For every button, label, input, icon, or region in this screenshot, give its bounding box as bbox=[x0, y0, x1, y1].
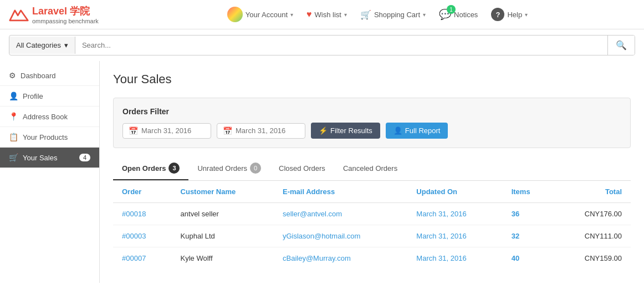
sidebar: ⚙ Dashboard 👤 Profile 📍 Address Book 📋 Y… bbox=[0, 61, 100, 283]
cell-updated: March 31, 2016 bbox=[407, 225, 502, 247]
help-chevron-icon: ▾ bbox=[525, 12, 528, 18]
dashboard-icon: ⚙ bbox=[9, 71, 16, 80]
order-link[interactable]: #00018 bbox=[122, 210, 146, 218]
email-link[interactable]: cBailey@Murray.com bbox=[283, 254, 351, 262]
col-email: E-mail Address bbox=[274, 181, 407, 203]
category-selector[interactable]: All Categories ▾ bbox=[9, 37, 75, 54]
date-from-input[interactable] bbox=[141, 126, 202, 135]
cell-total: CNY111.00 bbox=[554, 225, 631, 247]
order-link[interactable]: #00003 bbox=[122, 232, 146, 240]
orders-filter: Orders Filter 📅 📅 ⚡ Filter Results bbox=[113, 98, 631, 148]
nav-item-notices[interactable]: 💬 1 Notices bbox=[439, 8, 478, 21]
nav-notices-label: Notices bbox=[454, 11, 478, 19]
tab-canceled-label: Canceled Orders bbox=[343, 164, 397, 173]
tab-canceled-orders[interactable]: Canceled Orders bbox=[334, 157, 406, 180]
cell-updated: March 31, 2016 bbox=[407, 203, 502, 225]
full-report-button[interactable]: 👤 Full Report bbox=[386, 123, 448, 139]
items-count: 32 bbox=[512, 232, 519, 240]
main-layout: ⚙ Dashboard 👤 Profile 📍 Address Book 📋 Y… bbox=[0, 61, 644, 283]
sales-badge: 4 bbox=[79, 154, 90, 161]
calendar-to-icon: 📅 bbox=[223, 126, 232, 135]
svg-marker-0 bbox=[10, 11, 28, 21]
col-updated: Updated On bbox=[407, 181, 502, 203]
cell-order: #00007 bbox=[113, 247, 172, 270]
calendar-from-icon: 📅 bbox=[129, 126, 138, 135]
tab-open-badge: 3 bbox=[168, 163, 180, 174]
items-count: 40 bbox=[512, 254, 519, 262]
date-to-wrap: 📅 bbox=[217, 123, 305, 139]
full-report-label: Full Report bbox=[405, 126, 441, 135]
sidebar-item-your-sales[interactable]: 🛒 Your Sales 4 bbox=[0, 148, 99, 168]
help-icon: ? bbox=[491, 8, 504, 21]
cell-total: CNY176.00 bbox=[554, 203, 631, 225]
sales-icon: 🛒 bbox=[9, 153, 18, 162]
orders-table: Order Customer Name E-mail Address Updat… bbox=[113, 181, 631, 269]
col-total: Total bbox=[554, 181, 631, 203]
page-title: Your Sales bbox=[113, 72, 631, 87]
items-count: 36 bbox=[512, 210, 519, 218]
cell-email: cBailey@Murray.com bbox=[274, 247, 407, 270]
filter-results-label: Filter Results bbox=[330, 126, 372, 135]
cell-email: seller@antvel.com bbox=[274, 203, 407, 225]
nav-item-cart[interactable]: 🛒 Shopping Cart ▾ bbox=[360, 9, 426, 20]
main-content: Your Sales Orders Filter 📅 📅 ⚡ Filter Re bbox=[100, 61, 644, 283]
sidebar-label-address: Address Book bbox=[23, 113, 68, 121]
col-customer: Customer Name bbox=[172, 181, 274, 203]
date-value: March 31, 2016 bbox=[416, 232, 466, 240]
cell-items: 32 bbox=[503, 225, 554, 247]
profile-icon: 👤 bbox=[9, 92, 18, 100]
sidebar-item-profile[interactable]: 👤 Profile bbox=[0, 86, 99, 107]
nav-account-label: Your Account bbox=[246, 11, 288, 19]
account-chevron-icon: ▾ bbox=[290, 12, 293, 18]
date-to-input[interactable] bbox=[236, 126, 297, 135]
order-link[interactable]: #00007 bbox=[122, 254, 146, 262]
wishlist-chevron-icon: ▾ bbox=[344, 12, 347, 18]
cell-items: 36 bbox=[503, 203, 554, 225]
products-icon: 📋 bbox=[9, 133, 18, 141]
table-row: #00003 Kuphal Ltd yGislason@hotmail.com … bbox=[113, 225, 631, 247]
cell-updated: March 31, 2016 bbox=[407, 247, 502, 270]
sidebar-label-profile: Profile bbox=[23, 92, 43, 100]
nav-items: Your Account ▾ ♥ Wish list ▾ 🛒 Shopping … bbox=[120, 7, 635, 22]
cell-order: #00003 bbox=[113, 225, 172, 247]
tab-closed-orders[interactable]: Closed Orders bbox=[270, 157, 334, 180]
search-button[interactable]: 🔍 bbox=[607, 36, 635, 55]
category-label: All Categories bbox=[16, 41, 61, 49]
email-link[interactable]: yGislason@hotmail.com bbox=[283, 232, 360, 240]
filter-row: 📅 📅 ⚡ Filter Results 👤 Full Report bbox=[122, 123, 621, 139]
search-input[interactable] bbox=[75, 37, 607, 54]
tab-unrated-orders[interactable]: Unrated Orders 0 bbox=[188, 157, 270, 180]
filter-icon: ⚡ bbox=[319, 126, 328, 135]
search-bar: All Categories ▾ 🔍 bbox=[9, 35, 635, 55]
category-chevron-icon: ▾ bbox=[64, 41, 68, 49]
col-order: Order bbox=[113, 181, 172, 203]
tab-open-label: Open Orders bbox=[122, 164, 166, 173]
col-items: Items bbox=[503, 181, 554, 203]
table-row: #00018 antvel seller seller@antvel.com M… bbox=[113, 203, 631, 225]
table-header: Order Customer Name E-mail Address Updat… bbox=[113, 181, 631, 203]
sidebar-item-dashboard[interactable]: ⚙ Dashboard bbox=[0, 65, 99, 86]
filter-title: Orders Filter bbox=[122, 107, 621, 116]
sidebar-item-your-products[interactable]: 📋 Your Products bbox=[0, 127, 99, 148]
nav-wishlist-label: Wish list bbox=[315, 11, 341, 19]
report-icon: 👤 bbox=[393, 126, 402, 135]
tab-open-orders[interactable]: Open Orders 3 bbox=[113, 157, 188, 180]
email-link[interactable]: seller@antvel.com bbox=[283, 210, 342, 218]
nav-cart-label: Shopping Cart bbox=[374, 11, 420, 19]
date-from-wrap: 📅 bbox=[122, 123, 211, 139]
notices-badge: 1 bbox=[447, 5, 456, 14]
date-value: March 31, 2016 bbox=[416, 210, 466, 218]
nav-help-label: Help bbox=[507, 11, 522, 19]
sidebar-label-sales: Your Sales bbox=[23, 154, 57, 162]
sidebar-item-address-book[interactable]: 📍 Address Book bbox=[0, 107, 99, 127]
nav-item-help[interactable]: ? Help ▾ bbox=[491, 8, 528, 21]
account-avatar bbox=[227, 7, 243, 22]
logo-subtitle: ommpassing benchmark bbox=[32, 18, 99, 24]
nav-item-account[interactable]: Your Account ▾ bbox=[227, 7, 293, 22]
cell-items: 40 bbox=[503, 247, 554, 270]
logo-text: Laravel 学院 bbox=[32, 6, 90, 17]
nav-item-wishlist[interactable]: ♥ Wish list ▾ bbox=[306, 9, 347, 19]
cell-email: yGislason@hotmail.com bbox=[274, 225, 407, 247]
filter-results-button[interactable]: ⚡ Filter Results bbox=[311, 123, 380, 139]
cart-chevron-icon: ▾ bbox=[423, 12, 426, 18]
